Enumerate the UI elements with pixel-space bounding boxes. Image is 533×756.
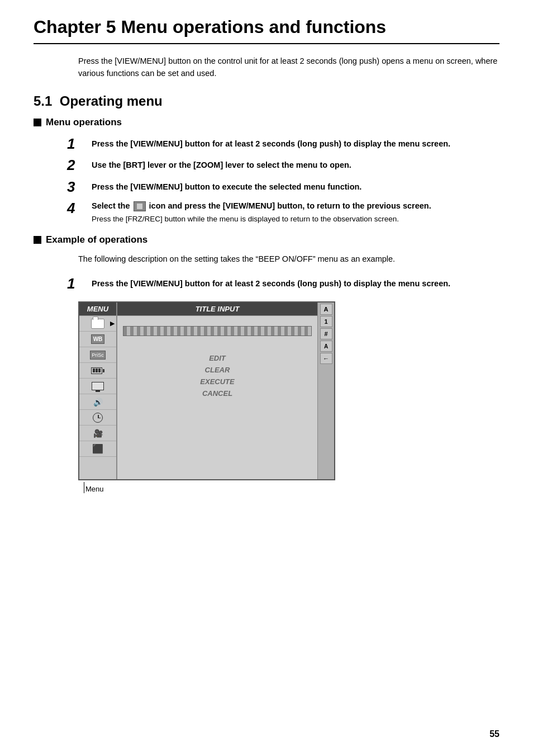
step-4: 4 Select the icon and press the [VIEW/ME… xyxy=(67,200,499,223)
example-bullet-icon xyxy=(34,236,41,244)
menu-label: Menu xyxy=(85,485,104,493)
intro-text: Press the [VIEW/MENU] button on the cont… xyxy=(78,55,499,80)
menu-actions: EDIT CLEAR EXECUTE CANCEL xyxy=(123,353,312,399)
step-3-number: 3 xyxy=(67,179,83,195)
menu-right-panel: A 1 # A ← xyxy=(317,303,334,479)
menu-edit-btn: EDIT xyxy=(198,353,237,363)
screen-icon xyxy=(92,382,104,390)
menu-icon-clock-row xyxy=(79,410,116,426)
step-4-number: 4 xyxy=(67,200,83,216)
char-backspace: ← xyxy=(320,353,332,364)
example-step-1-text: Press the [VIEW/MENU] button for at leas… xyxy=(92,276,450,290)
camera-list-icon: 🎥 xyxy=(93,429,103,438)
menu-sidebar: MENU ▶ WB PriSc xyxy=(79,303,117,479)
example-section: Example of operations The following desc… xyxy=(34,234,499,493)
menu-screenshot-container: MENU ▶ WB PriSc xyxy=(78,301,499,493)
menu-center: TITLE INPUT EDIT xyxy=(117,303,317,479)
char-a-lower: A xyxy=(320,341,332,352)
menu-arrow-icon: ▶ xyxy=(110,320,115,327)
step-3: 3 Press the [VIEW/MENU] button to execut… xyxy=(67,179,499,195)
page-number: 55 xyxy=(489,729,499,739)
menu-body: TITLE INPUT EDIT xyxy=(117,303,334,479)
back-icon: ⬛ xyxy=(92,443,103,454)
bullet-icon xyxy=(34,119,41,126)
menu-icon-battery-row xyxy=(79,363,116,379)
menu-steps-list: 1 Press the [VIEW/MENU] button for at le… xyxy=(67,136,499,224)
back-menu-icon xyxy=(134,201,146,211)
wb-icon: WB xyxy=(91,334,105,344)
title-input-bar xyxy=(123,326,312,336)
page-container: Chapter 5 Menu operations and functions … xyxy=(0,0,533,527)
section-heading: 5.1 Operating menu xyxy=(34,93,499,109)
menu-icon-camera-row: 🎥 xyxy=(79,426,116,441)
char-1: 1 xyxy=(320,316,332,327)
menu-icon-wb-row: WB xyxy=(79,332,116,347)
example-step-1-number: 1 xyxy=(67,276,83,292)
speaker-icon: 🔊 xyxy=(93,398,103,407)
step-1-number: 1 xyxy=(67,136,83,152)
step-4-text: Select the icon and press the [VIEW/MENU… xyxy=(92,199,431,210)
char-A: A xyxy=(320,304,332,315)
menu-icon-folder-row: ▶ xyxy=(79,316,116,332)
step-2-number: 2 xyxy=(67,157,83,173)
clock-icon xyxy=(93,413,103,423)
menu-screenshot: MENU ▶ WB PriSc xyxy=(78,301,335,480)
menu-header: MENU xyxy=(79,303,116,316)
menu-content-area: EDIT CLEAR EXECUTE CANCEL xyxy=(117,316,317,479)
example-step-1: 1 Press the [VIEW/MENU] button for at le… xyxy=(67,276,499,292)
step-4-note: Press the [FRZ/REC] button while the men… xyxy=(92,215,431,223)
example-steps-list: 1 Press the [VIEW/MENU] button for at le… xyxy=(67,276,499,292)
menu-icon-screen-row xyxy=(79,379,116,394)
example-intro: The following description on the setting… xyxy=(78,253,499,266)
menu-icon-prisc-row: PriSc xyxy=(79,347,116,363)
step-2: 2 Use the [BRT] lever or the [ZOOM] leve… xyxy=(67,157,499,173)
menu-label-area: Menu xyxy=(84,481,499,493)
menu-execute-btn: EXECUTE xyxy=(189,376,245,387)
battery-icon xyxy=(91,367,104,374)
step-1-text: Press the [VIEW/MENU] button for at leas… xyxy=(92,136,450,150)
menu-icon-speaker-row: 🔊 xyxy=(79,394,116,410)
step-1: 1 Press the [VIEW/MENU] button for at le… xyxy=(67,136,499,152)
example-heading: Example of operations xyxy=(34,234,499,245)
menu-cancel-btn: CANCEL xyxy=(191,388,244,399)
step-3-text: Press the [VIEW/MENU] button to execute … xyxy=(92,179,361,193)
char-hash: # xyxy=(320,328,332,339)
folder-icon xyxy=(91,319,104,329)
menu-clear-btn: CLEAR xyxy=(194,365,241,375)
prisc-icon: PriSc xyxy=(90,351,106,360)
step-2-text: Use the [BRT] lever or the [ZOOM] lever … xyxy=(92,157,351,172)
menu-operations-heading: Menu operations xyxy=(34,117,499,128)
chapter-title: Chapter 5 Menu operations and functions xyxy=(34,17,499,44)
menu-title-bar: TITLE INPUT xyxy=(117,303,317,316)
menu-icon-back-row: ⬛ xyxy=(79,441,116,457)
